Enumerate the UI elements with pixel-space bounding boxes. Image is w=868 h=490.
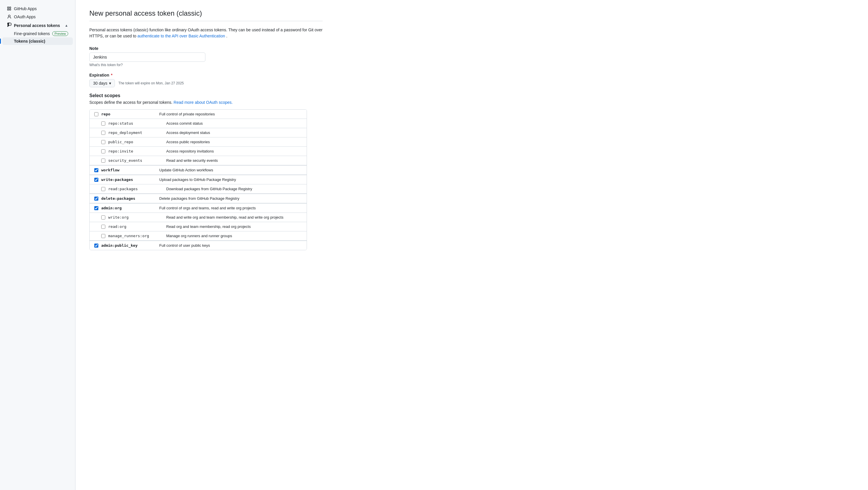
scope-checkbox-repo:invite[interactable] — [101, 149, 105, 153]
scope-row-read:org: read:orgRead org and team membership, re… — [90, 222, 307, 231]
note-hint: What's this token for? — [89, 63, 322, 67]
expiration-select[interactable]: 30 days ▾ — [89, 79, 115, 87]
person-icon — [7, 14, 11, 19]
dropdown-icon: ▾ — [109, 81, 111, 86]
scope-desc-read:org: Read org and team membership, read org p… — [166, 224, 302, 229]
scope-checkbox-security_events[interactable] — [101, 159, 105, 163]
scope-row-security_events: security_eventsRead and write security e… — [90, 156, 307, 165]
scope-desc-repo_deployment: Access deployment status — [166, 130, 302, 135]
key-icon — [7, 23, 11, 28]
scopes-group: Select scopes Scopes define the access f… — [89, 93, 322, 250]
scope-name-repo:status: repo:status — [108, 121, 166, 126]
expiration-required-mark: * — [111, 73, 112, 77]
sidebar-label-github-apps: GitHub Apps — [14, 6, 37, 11]
scope-name-repo:invite: repo:invite — [108, 149, 166, 153]
scope-name-security_events: security_events — [108, 158, 166, 163]
scope-desc-write:packages: Upload packages to GitHub Package Regist… — [159, 177, 302, 182]
scope-checkbox-repo:status[interactable] — [101, 122, 105, 126]
scope-row-manage_runners:org: manage_runners:orgManage org runners and… — [90, 231, 307, 241]
scope-name-manage_runners:org: manage_runners:org — [108, 234, 166, 238]
scope-checkbox-manage_runners:org[interactable] — [101, 234, 105, 238]
sidebar-label-personal-access-tokens: Personal access tokens — [14, 23, 60, 28]
scope-row-write:org: write:orgRead and write org and team mem… — [90, 213, 307, 222]
expiration-label: Expiration * — [89, 73, 322, 77]
scope-desc-repo: Full control of private repositories — [159, 112, 302, 116]
scope-name-repo: repo — [101, 112, 159, 116]
scope-checkbox-delete:packages[interactable] — [94, 197, 98, 201]
scope-desc-read:packages: Download packages from GitHub Package Re… — [166, 187, 302, 191]
scope-checkbox-read:org[interactable] — [101, 225, 105, 229]
api-auth-link[interactable]: authenticate to the API over Basic Authe… — [137, 34, 225, 38]
scope-row-admin:public_key: admin:public_keyFull control of user pub… — [90, 241, 307, 250]
description-text: Personal access tokens (classic) functio… — [89, 27, 322, 39]
note-label: Note — [89, 46, 322, 51]
scope-desc-admin:org: Full control of orgs and teams, read and… — [159, 206, 302, 210]
scope-row-delete:packages: delete:packagesDelete packages from GitH… — [90, 194, 307, 203]
scope-row-repo: repoFull control of private repositories — [90, 109, 307, 119]
expiration-group: Expiration * 30 days ▾ The token will ex… — [89, 73, 322, 87]
scope-desc-write:org: Read and write org and team membership, … — [166, 215, 302, 220]
scope-desc-public_repo: Access public repositories — [166, 140, 302, 144]
scope-desc-security_events: Read and write security events — [166, 158, 302, 163]
scope-checkbox-write:packages[interactable] — [94, 178, 98, 182]
preview-badge: Preview — [52, 31, 68, 36]
scope-row-admin:org: admin:orgFull control of orgs and teams,… — [90, 203, 307, 213]
scope-row-public_repo: public_repoAccess public repositories — [90, 137, 307, 147]
scope-name-repo_deployment: repo_deployment — [108, 130, 166, 135]
scopes-title: Select scopes — [89, 93, 322, 98]
expiration-row: 30 days ▾ The token will expire on Mon, … — [89, 79, 322, 87]
oauth-scopes-link[interactable]: Read more about OAuth scopes. — [174, 100, 232, 105]
scope-name-admin:org: admin:org — [101, 206, 159, 210]
scope-checkbox-write:org[interactable] — [101, 216, 105, 220]
scopes-table: repoFull control of private repositories… — [89, 109, 307, 250]
sidebar-label-fine-grained: Fine-grained tokens — [14, 31, 50, 36]
scope-checkbox-admin:org[interactable] — [94, 206, 98, 210]
scope-row-repo:status: repo:statusAccess commit status — [90, 119, 307, 128]
scope-checkbox-admin:public_key[interactable] — [94, 243, 98, 248]
chevron-up-icon: ▲ — [65, 24, 68, 28]
main-content: New personal access token (classic) Pers… — [75, 0, 337, 490]
sidebar-label-oauth-apps: OAuth Apps — [14, 14, 36, 19]
scope-name-read:org: read:org — [108, 224, 166, 229]
scope-row-workflow: workflowUpdate GitHub Action workflows — [90, 165, 307, 175]
sidebar-item-tokens-classic[interactable]: Tokens (classic) — [2, 37, 73, 45]
scope-desc-repo:invite: Access repository invitations — [166, 149, 302, 153]
scope-name-workflow: workflow — [101, 168, 159, 172]
sidebar-item-github-apps[interactable]: GitHub Apps — [2, 5, 73, 13]
scope-name-admin:public_key: admin:public_key — [101, 243, 159, 248]
scope-desc-delete:packages: Delete packages from GitHub Package Regi… — [159, 196, 302, 201]
scope-name-delete:packages: delete:packages — [101, 196, 159, 201]
scope-checkbox-read:packages[interactable] — [101, 187, 105, 191]
expiration-value: 30 days — [93, 81, 107, 86]
sidebar: GitHub Apps OAuth Apps Personal access t… — [0, 0, 75, 490]
scope-desc-repo:status: Access commit status — [166, 121, 302, 126]
note-input[interactable] — [89, 53, 206, 62]
scope-name-write:packages: write:packages — [101, 177, 159, 182]
scope-row-read:packages: read:packagesDownload packages from GitH… — [90, 185, 307, 194]
scopes-description: Scopes define the access for personal to… — [89, 100, 322, 105]
title-divider — [89, 21, 322, 21]
sidebar-label-tokens-classic: Tokens (classic) — [14, 39, 45, 43]
scope-checkbox-repo[interactable] — [94, 112, 98, 116]
grid-icon — [7, 6, 11, 11]
sidebar-personal-access-tokens[interactable]: Personal access tokens ▲ — [2, 21, 73, 30]
scope-desc-manage_runners:org: Manage org runners and runner groups — [166, 234, 302, 238]
page-title: New personal access token (classic) — [89, 9, 322, 18]
expiration-note: The token will expire on Mon, Jan 27 202… — [118, 81, 184, 85]
scope-checkbox-workflow[interactable] — [94, 168, 98, 172]
scope-checkbox-public_repo[interactable] — [101, 140, 105, 144]
scope-checkbox-repo_deployment[interactable] — [101, 131, 105, 135]
scope-name-read:packages: read:packages — [108, 187, 166, 191]
scope-desc-workflow: Update GitHub Action workflows — [159, 168, 302, 172]
sidebar-item-oauth-apps[interactable]: OAuth Apps — [2, 13, 73, 21]
scope-name-public_repo: public_repo — [108, 140, 166, 144]
scope-row-repo:invite: repo:inviteAccess repository invitations — [90, 147, 307, 156]
scope-row-repo_deployment: repo_deploymentAccess deployment status — [90, 128, 307, 137]
scope-desc-admin:public_key: Full control of user public keys — [159, 243, 302, 248]
scope-row-write:packages: write:packagesUpload packages to GitHub … — [90, 175, 307, 185]
sidebar-item-fine-grained[interactable]: Fine-grained tokens Preview — [2, 30, 73, 37]
note-group: Note What's this token for? — [89, 46, 322, 67]
scope-name-write:org: write:org — [108, 215, 166, 220]
